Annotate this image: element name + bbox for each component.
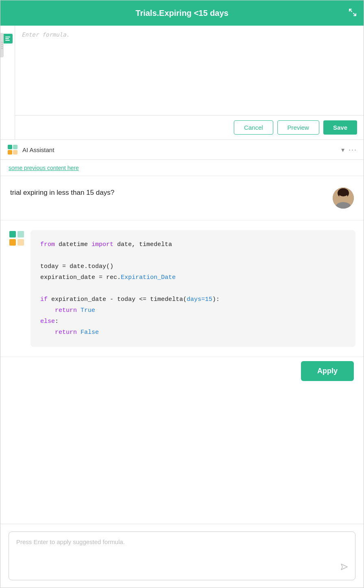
ai-message: from datetime import date, timedelta tod… xyxy=(0,220,364,357)
svg-rect-14 xyxy=(17,231,24,237)
bottom-input-placeholder: Press Enter to apply suggested formula. xyxy=(16,538,125,545)
svg-rect-1 xyxy=(5,38,9,39)
panel-header: Trials.Expiring <15 days xyxy=(0,0,364,26)
code-line-5 xyxy=(40,283,346,294)
svg-rect-15 xyxy=(9,239,16,246)
code-line-4: expiration_date = rec.Expiration_Date xyxy=(40,272,346,283)
ai-assistant-bar: AI Assistant ▾ ··· xyxy=(0,140,364,160)
svg-rect-4 xyxy=(13,145,17,149)
save-button[interactable]: Save xyxy=(323,120,357,135)
send-icon[interactable] xyxy=(340,562,349,573)
svg-point-10 xyxy=(338,188,349,196)
svg-rect-13 xyxy=(9,231,16,237)
svg-rect-5 xyxy=(8,150,12,155)
cancel-button[interactable]: Cancel xyxy=(234,120,273,135)
chat-area: some previous content here trial expirin… xyxy=(0,160,364,524)
partial-link[interactable]: some previous content here xyxy=(9,165,79,171)
bottom-input-section: Press Enter to apply suggested formula. xyxy=(0,524,364,588)
formula-input[interactable]: Enter formula. xyxy=(15,26,364,115)
bottom-input-container: Press Enter to apply suggested formula. xyxy=(9,531,355,580)
svg-rect-2 xyxy=(5,40,10,41)
partial-message: some previous content here xyxy=(0,160,364,176)
ai-assistant-label: AI Assistant xyxy=(22,146,337,153)
resize-handle[interactable] xyxy=(0,33,4,57)
svg-rect-3 xyxy=(8,145,12,149)
panel-title: Trials.Expiring <15 days xyxy=(135,9,228,18)
ai-assistant-icon xyxy=(7,144,18,155)
apply-button[interactable]: Apply xyxy=(301,361,354,381)
code-line-6: if expiration_date - today <= timedelta(… xyxy=(40,294,346,305)
ai-response-icon xyxy=(9,230,25,246)
user-message: trial expiring in less than 15 days? xyxy=(0,176,364,220)
code-block: from datetime import date, timedelta tod… xyxy=(31,230,355,347)
formula-section: Enter formula. Cancel Preview Save xyxy=(0,26,364,140)
svg-rect-0 xyxy=(5,37,10,37)
svg-rect-6 xyxy=(13,150,17,155)
formula-body: Enter formula. Cancel Preview Save xyxy=(15,26,364,139)
svg-rect-16 xyxy=(17,239,24,246)
preview-button[interactable]: Preview xyxy=(277,120,319,135)
formula-actions: Cancel Preview Save xyxy=(15,115,364,139)
code-line-1: from datetime import date, timedelta xyxy=(40,239,346,250)
user-avatar xyxy=(333,187,354,209)
user-message-text: trial expiring in less than 15 days? xyxy=(10,187,326,198)
code-line-8: else: xyxy=(40,316,346,327)
expand-button[interactable] xyxy=(348,8,357,18)
ai-chevron-icon[interactable]: ▾ xyxy=(341,146,344,154)
code-line-7: return True xyxy=(40,305,346,316)
apply-button-row: Apply xyxy=(0,357,364,389)
bottom-input[interactable]: Press Enter to apply suggested formula. xyxy=(9,531,355,580)
formula-sidebar-icon xyxy=(3,34,13,44)
code-line-9: return False xyxy=(40,327,346,338)
code-line-2 xyxy=(40,250,346,261)
code-line-3: today = date.today() xyxy=(40,261,346,272)
ai-more-icon[interactable]: ··· xyxy=(349,146,357,154)
